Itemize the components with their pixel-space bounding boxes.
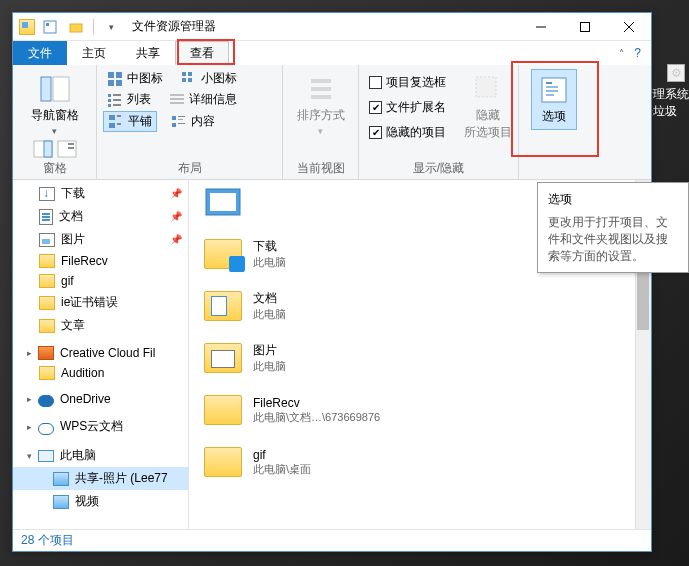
window-title: 文件资源管理器 (132, 18, 216, 35)
svg-rect-43 (476, 77, 496, 97)
layout-details[interactable]: 详细信息 (165, 90, 241, 109)
svg-rect-33 (109, 123, 115, 128)
ribbon-view: 导航窗格 ▾ 窗格 中图标 小图标 列表 详细信息 (13, 65, 651, 180)
svg-rect-23 (113, 94, 121, 96)
file-item[interactable]: gif此电脑\桌面 (199, 436, 641, 488)
nav-downloads[interactable]: 下载📌 (13, 182, 188, 205)
svg-rect-47 (546, 90, 558, 92)
file-name: 下载 (253, 238, 286, 255)
file-sub: 此电脑\桌面 (253, 462, 311, 477)
file-sub: 此电脑 (253, 307, 286, 322)
svg-rect-1 (46, 23, 49, 26)
options-button[interactable]: 选项 (531, 69, 577, 130)
svg-rect-48 (546, 94, 554, 96)
svg-rect-20 (182, 78, 186, 82)
svg-rect-34 (117, 123, 121, 125)
qat-newfolder-icon[interactable] (65, 16, 87, 38)
nav-ie-error[interactable]: ie证书错误 (13, 291, 188, 314)
nav-articles[interactable]: 文章 (13, 314, 188, 337)
hide-selected-button[interactable]: 隐藏 所选项目 (458, 69, 518, 145)
svg-rect-0 (44, 21, 56, 33)
file-item[interactable]: FileRecv此电脑\文档…\673669876 (199, 384, 641, 436)
svg-rect-25 (113, 99, 121, 101)
tab-home[interactable]: 主页 (67, 41, 121, 65)
explorer-window: ▾ 文件资源管理器 文件 主页 共享 查看 ˄ ? (12, 12, 652, 552)
nav-thispc[interactable]: ▾此电脑 (13, 444, 188, 467)
layout-medium-icons[interactable]: 中图标 (103, 69, 167, 88)
file-name: gif (253, 448, 311, 462)
svg-rect-37 (178, 119, 183, 120)
nav-tree[interactable]: 下载📌 文档📌 图片📌 FileRecv gif ie证书错误 文章 ▸Crea… (13, 180, 189, 529)
svg-rect-36 (178, 116, 185, 117)
nav-onedrive[interactable]: ▸OneDrive (13, 389, 188, 409)
qat-properties-icon[interactable] (39, 16, 61, 38)
qat-dropdown-icon[interactable]: ▾ (100, 16, 122, 38)
nav-gif[interactable]: gif (13, 271, 188, 291)
svg-rect-8 (53, 77, 69, 101)
desktop-gear-icon[interactable]: ⚙ (667, 64, 685, 82)
svg-rect-32 (117, 115, 121, 117)
svg-rect-18 (182, 72, 186, 76)
tab-view[interactable]: 查看 (175, 41, 229, 65)
nav-video[interactable]: 视频 (13, 490, 188, 513)
file-sub: 此电脑\文档…\673669876 (253, 410, 380, 425)
svg-rect-31 (109, 115, 115, 120)
nav-ccf[interactable]: ▸Creative Cloud Fil (13, 343, 188, 363)
preview-pane-icon[interactable] (33, 140, 53, 158)
status-count: 28 个项目 (21, 532, 74, 549)
ribbon-collapse-icon[interactable]: ˄ (619, 48, 624, 59)
svg-rect-14 (108, 72, 114, 78)
svg-rect-2 (70, 24, 82, 32)
nav-documents[interactable]: 文档📌 (13, 205, 188, 228)
layout-content[interactable]: 内容 (167, 111, 219, 132)
svg-rect-19 (188, 72, 192, 76)
file-item[interactable]: 文档此电脑 (199, 280, 641, 332)
options-tooltip: 选项 更改用于打开项目、文件和文件夹视图以及搜索等方面的设置。 (537, 182, 689, 273)
svg-rect-22 (108, 94, 111, 97)
svg-rect-13 (68, 147, 74, 149)
titlebar: ▾ 文件资源管理器 (13, 13, 651, 41)
svg-rect-17 (116, 80, 122, 86)
svg-rect-16 (108, 80, 114, 86)
details-pane-icon[interactable] (57, 140, 77, 158)
layout-tiles[interactable]: 平铺 (103, 111, 157, 132)
file-name: 图片 (253, 342, 286, 359)
svg-rect-45 (546, 82, 552, 84)
svg-rect-50 (210, 193, 236, 211)
app-icon (19, 19, 35, 35)
nav-pictures[interactable]: 图片📌 (13, 228, 188, 251)
checkbox-item-checkboxes[interactable]: 项目复选框 (365, 73, 450, 92)
svg-rect-4 (581, 22, 590, 31)
checkbox-hidden-items[interactable]: 隐藏的项目 (365, 123, 450, 142)
file-name: 文档 (253, 290, 286, 307)
file-item[interactable]: 图片此电脑 (199, 332, 641, 384)
sort-button[interactable]: 排序方式 ▾ (291, 69, 351, 140)
svg-rect-46 (546, 86, 558, 88)
file-sub: 此电脑 (253, 359, 286, 374)
svg-rect-35 (172, 116, 176, 120)
file-sub: 此电脑 (253, 255, 286, 270)
file-name: FileRecv (253, 396, 380, 410)
svg-rect-26 (108, 104, 111, 107)
svg-rect-42 (311, 95, 331, 99)
svg-rect-41 (311, 87, 331, 91)
nav-filerecv[interactable]: FileRecv (13, 251, 188, 271)
nav-pane-button[interactable]: 导航窗格 ▾ (25, 69, 85, 140)
svg-rect-38 (172, 123, 176, 127)
layout-small-icons[interactable]: 小图标 (177, 69, 241, 88)
svg-rect-12 (68, 143, 74, 145)
svg-rect-10 (44, 141, 52, 157)
minimize-button[interactable] (519, 13, 563, 41)
nav-share-photos[interactable]: 共享-照片 (Lee77 (13, 467, 188, 490)
close-button[interactable] (607, 13, 651, 41)
nav-wps[interactable]: ▸WPS云文档 (13, 415, 188, 438)
nav-audition[interactable]: Audition (13, 363, 188, 383)
svg-rect-39 (178, 123, 185, 124)
tab-share[interactable]: 共享 (121, 41, 175, 65)
help-icon[interactable]: ? (634, 46, 641, 60)
maximize-button[interactable] (563, 13, 607, 41)
tab-file[interactable]: 文件 (13, 41, 67, 65)
checkbox-file-ext[interactable]: 文件扩展名 (365, 98, 450, 117)
svg-rect-24 (108, 99, 111, 102)
layout-list[interactable]: 列表 (103, 90, 155, 109)
